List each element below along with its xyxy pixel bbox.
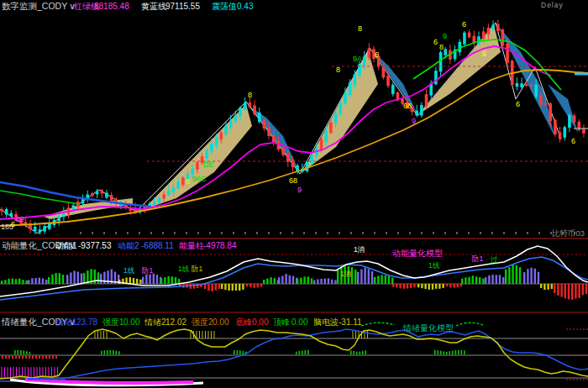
histogram-bar <box>149 275 150 284</box>
histogram-bar <box>508 267 510 284</box>
signal-label: 1线 <box>178 265 190 273</box>
histogram-bar <box>218 284 220 289</box>
candle-body <box>219 133 223 140</box>
histogram-bar <box>266 279 268 284</box>
green-signal-bar <box>455 350 457 354</box>
histogram-bar <box>193 284 195 289</box>
histogram-bar <box>385 275 386 284</box>
histogram-bar <box>413 284 415 287</box>
candle-body <box>244 102 247 110</box>
histogram-bar <box>417 284 419 287</box>
candle-body <box>354 74 357 85</box>
histogram-bar <box>274 278 276 284</box>
candle-body <box>549 103 552 121</box>
pivot-label: 8 <box>358 24 362 33</box>
histogram-bar <box>543 284 545 290</box>
histogram-bar <box>564 284 566 298</box>
candle-body <box>334 113 338 123</box>
histogram-bar <box>421 284 423 288</box>
candle-body <box>501 29 505 45</box>
chart-canvas[interactable]: 185689896CDE868989A866896896666 1线防11线防1… <box>0 0 588 388</box>
red-dot-bar <box>55 356 57 359</box>
pivot-label: 8 <box>439 43 444 51</box>
histogram-bar <box>396 284 397 287</box>
momentum-model-watermark: 动能量化模型 <box>392 249 443 258</box>
histogram-bar <box>360 270 362 284</box>
candle-body <box>425 94 428 106</box>
candle-body <box>5 209 8 215</box>
green-signal-bar <box>118 351 120 354</box>
histogram-bar <box>297 279 298 284</box>
histogram-bar <box>519 267 521 284</box>
indicator-label: 能量柱 <box>179 241 204 250</box>
histogram-bar <box>364 268 365 284</box>
histogram-bar <box>468 277 470 284</box>
pivot-label: DE <box>203 160 214 169</box>
histogram-bar <box>257 284 259 287</box>
pivot-label: 9 <box>412 117 416 125</box>
candle-body <box>224 126 228 135</box>
histogram-bar <box>482 279 484 284</box>
histogram-bar <box>8 279 9 284</box>
pivot-label: 6 <box>11 220 15 228</box>
signal-label: 1线 <box>428 261 440 270</box>
indicator-value: 88185.48 <box>94 2 129 11</box>
histogram-bar <box>357 272 359 284</box>
candle-body <box>258 113 261 122</box>
candle-body <box>100 190 103 193</box>
histogram-bar <box>25 281 27 284</box>
histogram-bar <box>211 284 213 291</box>
candle-body <box>482 31 486 39</box>
histogram-bar <box>48 277 50 284</box>
histogram-bar <box>488 275 490 284</box>
histogram-bar <box>103 272 105 284</box>
candle-body <box>39 229 42 233</box>
candle-body <box>368 49 371 59</box>
candle-body <box>420 105 423 116</box>
histogram-bar <box>39 278 40 284</box>
histogram-bar <box>530 268 532 284</box>
pivot-label: 68 <box>289 176 297 185</box>
histogram-bar <box>70 272 71 284</box>
candle-body <box>96 191 99 194</box>
candle-body <box>0 209 3 211</box>
candle-body <box>554 120 557 134</box>
indicator-value: -4978.84 <box>203 241 237 250</box>
histogram-bar <box>432 284 433 290</box>
candle-body <box>234 115 238 121</box>
histogram-bar <box>371 271 373 284</box>
red-dot-bar <box>39 356 40 359</box>
candle-body <box>176 181 180 188</box>
histogram-bar <box>139 280 141 284</box>
histogram-bar <box>453 284 454 287</box>
histogram-bar <box>303 276 305 284</box>
histogram-bar <box>578 284 580 298</box>
green-signal-bar <box>356 352 358 354</box>
signal-label: 1消 <box>354 245 365 254</box>
green-signal-bar <box>365 350 367 354</box>
candle-body <box>320 139 323 149</box>
candle-body <box>191 169 194 174</box>
red-dot-bar <box>32 356 34 359</box>
indicator-label: 顶峰 <box>273 317 290 327</box>
histogram-bar <box>263 280 265 284</box>
momentum-indicator-header: 动能量化_CODY∨ 动能1-9377.53动能2-6888.11能量柱-497… <box>2 240 237 250</box>
histogram-bar <box>1 281 3 284</box>
histogram-bar <box>381 275 382 284</box>
histogram-bar <box>270 277 271 284</box>
chart-background <box>0 0 588 388</box>
indicator-value: -6888.11 <box>141 241 174 250</box>
histogram-bar <box>502 277 504 284</box>
green-signal-bar <box>107 350 108 354</box>
green-signal-bar <box>237 350 239 354</box>
histogram-bar <box>374 277 375 284</box>
green-signal-bar <box>440 351 442 354</box>
candle-body <box>358 64 361 76</box>
green-signal-bar <box>449 351 451 354</box>
histogram-bar <box>547 284 549 290</box>
histogram-bar <box>337 270 339 284</box>
histogram-bar <box>391 278 393 284</box>
chart-selector-main[interactable]: 数字监测_CODY∨ <box>2 1 76 11</box>
indicator-label: 黄蓝线 <box>141 2 166 11</box>
histogram-bar <box>235 284 237 291</box>
